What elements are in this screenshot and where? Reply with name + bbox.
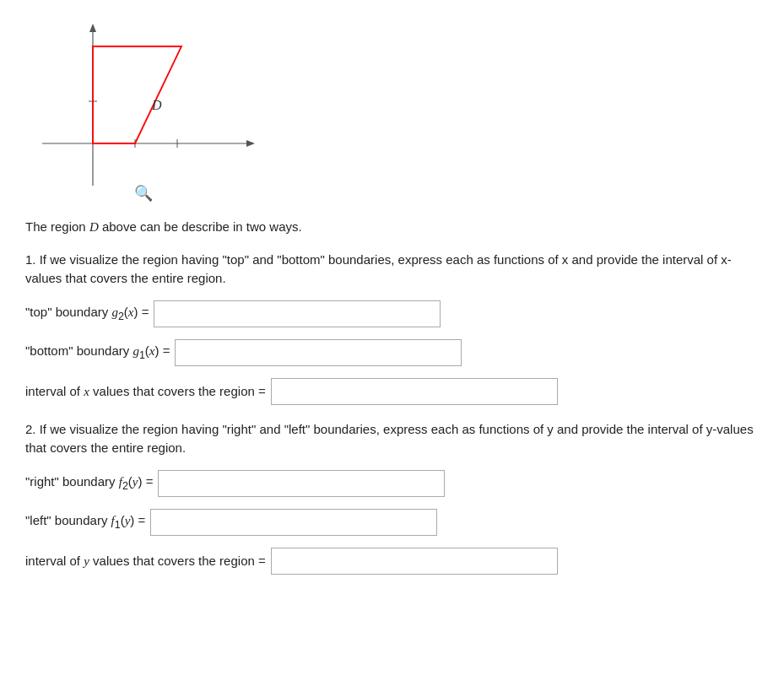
coordinate-graph: D xyxy=(25,17,262,211)
question-1-text: 1. If we visualize the region having "to… xyxy=(25,251,759,289)
x-interval-input[interactable] xyxy=(271,378,558,405)
question-2-block: 2. If we visualize the region having "ri… xyxy=(25,420,759,575)
left-boundary-label: "left" boundary f1(y) = xyxy=(25,513,145,531)
x-interval-label: interval of x values that covers the reg… xyxy=(25,384,266,399)
graph-area: D 🔍 xyxy=(25,17,262,211)
svg-marker-5 xyxy=(89,24,96,32)
bottom-boundary-label: "bottom" boundary g1(x) = xyxy=(25,343,170,361)
x-interval-row: interval of x values that covers the reg… xyxy=(25,378,759,405)
svg-marker-6 xyxy=(246,140,255,147)
left-boundary-row: "left" boundary f1(y) = xyxy=(25,509,759,536)
bottom-boundary-input[interactable] xyxy=(175,339,462,366)
top-boundary-label: "top" boundary g2(x) = xyxy=(25,305,149,322)
zoom-icon[interactable]: 🔍 xyxy=(134,184,153,203)
y-interval-row: interval of y values that covers the reg… xyxy=(25,548,759,575)
right-boundary-input[interactable] xyxy=(158,470,445,497)
svg-marker-7 xyxy=(93,46,181,143)
description-text: The region D above can be describe in tw… xyxy=(25,218,759,237)
top-boundary-row: "top" boundary g2(x) = xyxy=(25,300,759,327)
left-boundary-input[interactable] xyxy=(150,509,437,536)
top-boundary-input[interactable] xyxy=(154,300,441,327)
y-interval-label: interval of y values that covers the reg… xyxy=(25,554,266,569)
question-2-text: 2. If we visualize the region having "ri… xyxy=(25,420,759,458)
region-label: D xyxy=(151,98,162,112)
right-boundary-row: "right" boundary f2(y) = xyxy=(25,470,759,497)
right-boundary-label: "right" boundary f2(y) = xyxy=(25,474,153,492)
question-1-block: 1. If we visualize the region having "to… xyxy=(25,251,759,405)
y-interval-input[interactable] xyxy=(271,548,558,575)
bottom-boundary-row: "bottom" boundary g1(x) = xyxy=(25,339,759,366)
